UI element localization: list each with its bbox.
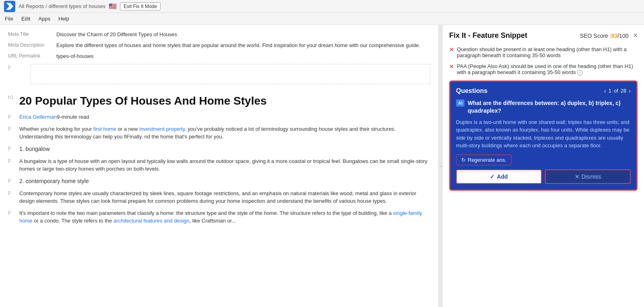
- panel-title: Fix It - Feature Snippet: [449, 31, 527, 40]
- top-bar: All Reports / different types of houses …: [0, 0, 644, 13]
- issue-x-icon-1: ✕: [449, 47, 454, 53]
- p-tag-s3t: p: [8, 209, 15, 215]
- seo-score-display: SEO Score :83/100: [580, 33, 629, 39]
- dismiss-button[interactable]: ✕ Dismiss: [545, 169, 631, 184]
- issue-text-2: PAA (People Also Ask) should be used in …: [457, 63, 638, 76]
- questions-card: Questions ‹ 1 of 28 › AI What are the di…: [449, 80, 638, 191]
- meta-description-row: Meta Description Explore the different t…: [8, 42, 430, 48]
- ai-badge: AI: [456, 99, 464, 107]
- section2-text: Contemporary home styles are usually cha…: [19, 190, 430, 205]
- p-tag-s2t: p: [8, 190, 15, 195]
- meta-desc-value: Explore the different types of houses an…: [56, 42, 420, 48]
- p1-text: Whether you're looking for your first ho…: [19, 125, 430, 141]
- menu-file[interactable]: File: [5, 16, 13, 22]
- questions-title: Questions: [456, 87, 487, 95]
- p-tag-s1t: p: [8, 157, 15, 163]
- meta-url-value: types-of-houses: [56, 53, 94, 59]
- regenerate-label: Regenerate ans.: [468, 157, 506, 163]
- add-check-icon: ✓: [490, 173, 495, 180]
- single-family-home-link[interactable]: single-family home: [19, 210, 422, 224]
- regenerate-button[interactable]: ↻ Regenerate ans.: [456, 155, 512, 165]
- h1-text: 20 Popular Types Of Houses And Home Styl…: [19, 95, 267, 107]
- panel-header: Fix It - Feature Snippet SEO Score :83/1…: [449, 31, 638, 40]
- add-button[interactable]: ✓ Add: [456, 169, 542, 184]
- section3-text: It's important to note the two main para…: [19, 209, 430, 225]
- main-area: Meta Title Discover the Charm of 20 Diff…: [0, 25, 644, 307]
- section3-text-row: p It's important to note the two main pa…: [8, 209, 430, 225]
- section1-text: A bungalow is a type of house with an op…: [19, 157, 430, 173]
- section1-heading-row: p 1. bungalow: [8, 145, 430, 153]
- author-row: p Erica Gellerman9-minute read: [8, 113, 430, 121]
- section2-text-row: p Contemporary home styles are usually c…: [8, 190, 430, 205]
- menu-help[interactable]: Help: [58, 16, 69, 22]
- content-panel: Meta Title Discover the Charm of 20 Diff…: [0, 25, 439, 307]
- dismiss-label: Dismiss: [582, 173, 601, 180]
- investment-property-link[interactable]: investment property: [139, 126, 185, 132]
- pagination: ‹ 1 of 28 ›: [604, 88, 631, 94]
- h1-tag: h1: [8, 95, 15, 100]
- info-icon[interactable]: i: [577, 70, 583, 76]
- seo-score-number: 83: [611, 33, 618, 39]
- add-label: Add: [497, 173, 508, 180]
- p-tag-author: p: [8, 113, 15, 119]
- question-text: What are the differences between: a) dup…: [468, 99, 631, 115]
- seo-label: SEO Score :: [580, 33, 611, 39]
- dismiss-x-icon: ✕: [575, 173, 580, 180]
- breadcrumb-current: different types of houses: [49, 3, 105, 9]
- author-text: Erica Gellerman9-minute read: [19, 113, 89, 121]
- section1-heading: 1. bungalow: [19, 145, 50, 153]
- page-sep: of: [614, 88, 618, 94]
- meta-title-value: Discover the Charm of 20 Different Types…: [56, 31, 177, 37]
- issue-x-icon-2: ✕: [449, 64, 454, 70]
- answer-text: Duplex is a two-unit home with one share…: [456, 118, 631, 150]
- right-panel: Fix It - Feature Snippet SEO Score :83/1…: [443, 25, 644, 307]
- close-button[interactable]: ×: [633, 31, 638, 40]
- section2-heading-row: p 2. contemporary home style: [8, 177, 430, 185]
- read-time: 9-minute read: [57, 114, 89, 120]
- breadcrumb-prefix: All Reports /: [19, 3, 47, 9]
- meta-desc-label: Meta Description: [8, 42, 56, 48]
- next-page-button[interactable]: ›: [629, 88, 631, 94]
- question-row: AI What are the differences between: a) …: [456, 99, 631, 115]
- empty-paragraph-box[interactable]: [31, 64, 430, 84]
- menu-edit[interactable]: Edit: [21, 16, 30, 22]
- p-tag-empty: p: [8, 64, 15, 70]
- app-logo: [4, 1, 15, 12]
- h1-row: h1 20 Popular Types Of Houses And Home S…: [8, 95, 430, 107]
- resize-handle[interactable]: ↔: [439, 25, 443, 307]
- meta-url-label: URL Permalink: [8, 53, 56, 59]
- prev-page-button[interactable]: ‹: [604, 88, 606, 94]
- meta-url-row: URL Permalink types-of-houses: [8, 53, 430, 59]
- meta-title-row: Meta Title Discover the Charm of 20 Diff…: [8, 31, 430, 37]
- menu-apps[interactable]: Apps: [38, 16, 50, 22]
- p-tag-s2: p: [8, 177, 15, 183]
- page-total: 28: [621, 88, 626, 94]
- questions-header: Questions ‹ 1 of 28 ›: [456, 87, 631, 95]
- meta-title-label: Meta Title: [8, 31, 56, 37]
- p-tag-s1: p: [8, 145, 15, 150]
- first-home-link[interactable]: first home: [93, 126, 116, 132]
- action-buttons: ✓ Add ✕ Dismiss: [456, 169, 631, 184]
- issue-item-1: ✕ Question should be present in at least…: [449, 46, 638, 58]
- section2-heading: 2. contemporary home style: [19, 177, 89, 185]
- issue-text-1: Question should be present in at least o…: [457, 46, 638, 58]
- seo-total: /100: [617, 33, 628, 39]
- issue-item-2: ✕ PAA (People Also Ask) should be used i…: [449, 63, 638, 76]
- section1-text-row: p A bungalow is a type of house with an …: [8, 157, 430, 173]
- p1-row: p Whether you're looking for your first …: [8, 125, 430, 141]
- exit-fix-it-button[interactable]: Exit Fix It Mode: [120, 2, 161, 10]
- regenerate-icon: ↻: [461, 157, 466, 163]
- architectural-features-link[interactable]: architectural features and design: [114, 218, 190, 224]
- app-logo-icon: [6, 3, 13, 10]
- p-tag-1: p: [8, 125, 15, 131]
- menu-bar: File Edit Apps Help: [0, 13, 644, 25]
- breadcrumb: All Reports / different types of houses: [19, 3, 105, 9]
- page-current: 1: [609, 88, 611, 94]
- author-link[interactable]: Erica Gellerman: [19, 114, 57, 120]
- flag-icon: 🇺🇸: [109, 2, 117, 10]
